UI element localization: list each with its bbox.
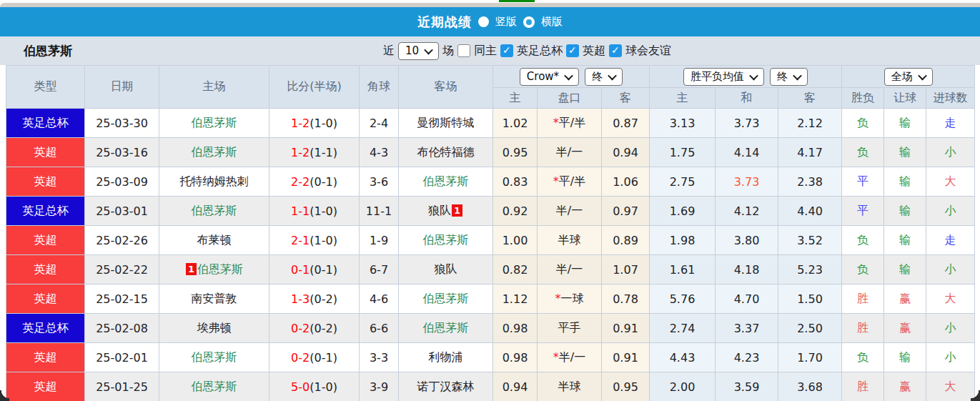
competition-badge: 英超 (6, 138, 85, 167)
subcol-odds-away: 客 (602, 88, 650, 109)
halftime-score: (1-0) (310, 234, 337, 247)
mean-odds-away: 2.38 (778, 167, 842, 197)
table-row[interactable]: 英超 25-02-26 布莱顿 2-1(1-0) 1-9 伯恩茅斯 1.00 半… (6, 226, 975, 255)
away-team[interactable]: 布伦特福德 (399, 138, 493, 167)
handicap-time-select[interactable]: 终 (585, 68, 623, 86)
handicap-odds-home: 1.00 (493, 226, 538, 255)
corners-score: 11-1 (360, 197, 399, 226)
table-row[interactable]: 英足总杯 25-03-30 伯恩茅斯 1-2(1-0) 2-4 曼彻斯特城 1.… (6, 109, 975, 138)
subcol-result-goals: 进球数 (926, 88, 975, 109)
result-outcome: 平 (842, 167, 884, 197)
away-team[interactable]: 曼彻斯特城 (399, 109, 493, 138)
away-team[interactable]: 伯恩茅斯 (399, 226, 493, 255)
mean-type-select[interactable]: 胜平负均值 (683, 68, 764, 86)
home-team[interactable]: 布莱顿 (159, 226, 269, 255)
mean-odds-away: 4.17 (778, 138, 842, 167)
team-name-text: 狼队 (428, 204, 451, 217)
result-goals: 大 (926, 284, 975, 314)
away-team[interactable]: 伯恩茅斯 (399, 167, 493, 197)
layout-radio-vertical-label[interactable]: 竖版 (495, 15, 517, 29)
mean-odds-draw: 4.14 (716, 138, 778, 167)
handicap-odds-home: 1.02 (493, 109, 538, 138)
table-row[interactable]: 英足总杯 25-02-08 埃弗顿 0-2(0-2) 6-6 伯恩茅斯 0.98… (6, 314, 975, 343)
table-row[interactable]: 英足总杯 25-03-01 伯恩茅斯 1-1(1-0) 11-1 狼队1 0.9… (6, 197, 975, 226)
fa-cup-label[interactable]: 英足总杯 (517, 44, 563, 59)
mean-odds-draw: 3.37 (716, 314, 778, 343)
table-row[interactable]: 英超 25-03-09 托特纳姆热刺 2-2(0-1) 3-6 伯恩茅斯 0.8… (6, 167, 975, 197)
halftime-score: (1-0) (310, 204, 337, 218)
away-team[interactable]: 诺丁汉森林 (399, 372, 493, 401)
layout-radio-horizontal[interactable] (523, 16, 535, 28)
col-header-score: 比分(半场) (269, 66, 360, 109)
result-handicap: 输 (884, 226, 926, 255)
away-team[interactable]: 伯恩茅斯 (399, 284, 493, 314)
club-friendly-checkbox[interactable] (609, 44, 622, 57)
club-friendly-label[interactable]: 球会友谊 (625, 44, 671, 59)
table-row[interactable]: 英超 25-01-25 伯恩茅斯 5-0(1-0) 3-9 诺丁汉森林 0.94… (6, 372, 975, 401)
mean-odds-draw: 4.12 (716, 197, 778, 226)
home-team[interactable]: 埃弗顿 (159, 314, 269, 343)
fulltime-score: 0-2 (291, 322, 310, 335)
match-date: 25-03-16 (85, 138, 159, 167)
home-team[interactable]: 1伯恩茅斯 (159, 255, 269, 284)
score-cell: 0-1(0-1) (269, 255, 360, 284)
fa-cup-checkbox[interactable] (500, 44, 513, 57)
mean-odds-draw: 4.18 (716, 255, 778, 284)
home-team[interactable]: 伯恩茅斯 (159, 372, 269, 401)
result-handicap: 赢 (884, 372, 926, 401)
premier-league-checkbox[interactable] (566, 44, 579, 57)
handicap-odds-home: 0.94 (493, 372, 538, 401)
same-home-label[interactable]: 同主 (474, 44, 497, 59)
bookmaker-select[interactable]: Crow* (520, 68, 579, 86)
table-row[interactable]: 英超 25-02-22 1伯恩茅斯 0-1(0-1) 6-7 狼队 0.82 半… (6, 255, 975, 284)
filter-bar: 伯恩茅斯 近 10 场 同主 英足总杯 英超 球会友谊 (0, 36, 980, 65)
score-cell: 1-1(1-0) (269, 197, 360, 226)
home-team[interactable]: 伯恩茅斯 (159, 343, 269, 372)
mean-time-select[interactable]: 终 (770, 68, 808, 86)
table-row[interactable]: 英超 25-02-15 南安普敦 1-3(0-2) 4-6 伯恩茅斯 1.12 … (6, 284, 975, 314)
handicap-line: 半球 (538, 226, 602, 255)
corners-score: 2-4 (360, 109, 399, 138)
team-name-text: 布莱顿 (197, 233, 232, 247)
handicap-odds-away: 0.91 (602, 314, 650, 343)
team-name-text: 伯恩茅斯 (192, 380, 237, 393)
handicap-odds-away: 0.91 (602, 343, 650, 372)
result-handicap: 赢 (884, 314, 926, 343)
score-cell: 2-2(0-1) (269, 167, 360, 197)
subcol-result-outcome: 胜负 (842, 88, 884, 109)
home-team[interactable]: 伯恩茅斯 (159, 109, 269, 138)
titlebar: 近期战绩 竖版 横版 (0, 7, 980, 36)
home-team[interactable]: 伯恩茅斯 (159, 138, 269, 167)
handicap-odds-away: 0.87 (602, 109, 650, 138)
home-team[interactable]: 南安普敦 (159, 284, 269, 314)
away-team[interactable]: 狼队 (399, 255, 493, 284)
away-team[interactable]: 狼队1 (399, 197, 493, 226)
competition-badge: 英足总杯 (6, 314, 85, 343)
same-home-checkbox[interactable] (457, 44, 470, 57)
premier-league-label[interactable]: 英超 (583, 44, 605, 59)
away-team[interactable]: 利物浦 (399, 343, 493, 372)
scope-select[interactable]: 全场 (884, 68, 933, 86)
mean-odds-draw: 3.59 (716, 372, 778, 401)
mean-odds-home: 1.98 (650, 226, 716, 255)
mean-odds-away: 3.68 (778, 372, 842, 401)
table-row[interactable]: 英超 25-03-16 伯恩茅斯 1-2(1-1) 4-3 布伦特福德 0.95… (6, 138, 975, 167)
home-team[interactable]: 托特纳姆热刺 (159, 167, 269, 197)
mean-odds-away: 1.70 (778, 343, 842, 372)
halftime-score: (0-1) (310, 351, 337, 365)
handicap-line: *一球 (538, 284, 602, 314)
result-goals: 小 (926, 314, 975, 343)
results-table-body: 英足总杯 25-03-30 伯恩茅斯 1-2(1-0) 2-4 曼彻斯特城 1.… (6, 109, 975, 401)
handicap-line: 半/一 (538, 255, 602, 284)
home-team[interactable]: 伯恩茅斯 (159, 197, 269, 226)
layout-radio-vertical[interactable] (478, 16, 489, 27)
away-team[interactable]: 伯恩茅斯 (399, 314, 493, 343)
result-outcome: 负 (842, 255, 884, 284)
result-handicap: 输 (884, 138, 926, 167)
layout-radio-horizontal-label[interactable]: 横版 (541, 15, 563, 29)
col-header-home: 主场 (159, 66, 269, 109)
chevron-down-icon (564, 71, 573, 80)
recent-count-select[interactable]: 10 (398, 42, 439, 60)
team-name-text: 伯恩茅斯 (197, 262, 243, 276)
table-row[interactable]: 英超 25-02-01 伯恩茅斯 0-2(0-1) 3-3 利物浦 0.98 *… (6, 343, 975, 372)
